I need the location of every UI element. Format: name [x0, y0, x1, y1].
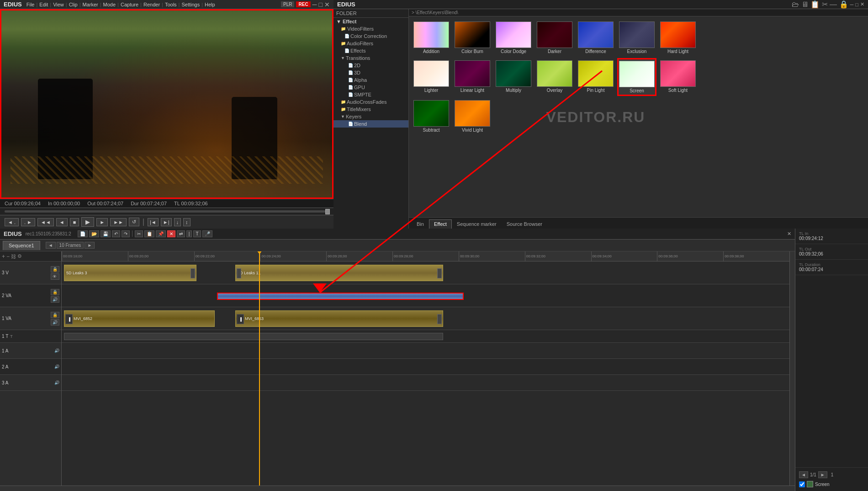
out-point-btn[interactable]: ►| [161, 218, 172, 226]
tl-cut-btn[interactable]: ✂ [135, 230, 143, 237]
loop-btn[interactable]: ↺ [129, 218, 139, 226]
effect-darker[interactable]: Darker [535, 19, 574, 56]
tl-audio-btn[interactable]: 🎤 [202, 230, 212, 237]
vertical-scrollbar[interactable] [789, 251, 795, 486]
tl-paste-btn[interactable]: 📌 [156, 230, 166, 237]
effect-close[interactable]: ✕ [860, 1, 864, 7]
menu-clip[interactable]: Clip [69, 2, 78, 7]
tree-item-keyers[interactable]: ▼Keyers [333, 113, 408, 120]
track-3v-lock[interactable]: 🔒 [51, 266, 59, 272]
stop-btn[interactable]: ■ [70, 218, 79, 226]
close-btn[interactable]: ✕ [324, 1, 330, 8]
tree-item-alpha[interactable]: 📄Alpha [333, 76, 408, 84]
minimize-btn[interactable]: ─ [312, 1, 317, 8]
maximize-btn[interactable]: □ [319, 1, 323, 8]
fast-fwd-btn[interactable]: ►► [110, 218, 127, 226]
tl-copy-btn[interactable]: 📋 [144, 230, 154, 237]
effect-difference[interactable]: Difference [576, 19, 615, 56]
tree-item-colorcorrection[interactable]: 📄Color Correction [333, 32, 408, 40]
tl-snap-btn[interactable]: ◄ [46, 242, 56, 249]
tree-item-3d[interactable]: 📄3D [333, 69, 408, 76]
track-settings-btn[interactable]: ⚙ [17, 253, 22, 259]
effect-linearlight[interactable]: Linear Light [453, 58, 492, 96]
effect-vividlight[interactable]: Vivid Light [453, 98, 492, 135]
track-link-btn[interactable]: ⛓ [11, 254, 16, 259]
tl-save-btn[interactable]: 💾 [101, 230, 111, 237]
effect-minimize[interactable]: ─ [850, 2, 854, 7]
effect-lighter[interactable]: Lighter [412, 58, 451, 96]
track-minus-btn[interactable]: − [6, 253, 10, 260]
tl-ripple-btn[interactable]: ⇄ [177, 230, 185, 237]
effect-hardlight[interactable]: Hard Light [658, 19, 698, 56]
effect-addition[interactable]: Addition [412, 19, 451, 56]
effect-overlay[interactable]: Overlay [535, 58, 574, 96]
step-fwd-btn[interactable]: ► [96, 218, 108, 226]
menu-settings[interactable]: Settings [181, 2, 200, 7]
tree-item-audiocrossfades[interactable]: 📁AudioCrossFades [333, 98, 408, 106]
clip-5d-leaks-3[interactable]: 5D Leaks 3 [64, 265, 196, 281]
menu-capture[interactable]: Capture [121, 2, 138, 7]
screen-checkbox[interactable] [799, 481, 805, 487]
clip-5d-leaks-11[interactable]: 5D Leaks 11 [235, 265, 443, 281]
overwrite-btn[interactable]: ↕ [183, 218, 191, 226]
effect-colordodge[interactable]: Color Dodge [494, 19, 533, 56]
tl-split-btn[interactable]: | [186, 230, 192, 237]
menu-render[interactable]: Render [143, 2, 160, 7]
in-point-btn[interactable]: |◄ [148, 218, 159, 226]
tl-redo-btn[interactable]: ↷ [122, 230, 130, 237]
scrub-handle[interactable] [325, 209, 330, 214]
tree-item-effect[interactable]: ▼Effect [333, 18, 408, 25]
tree-item-blend[interactable]: 📄Blend [333, 120, 408, 128]
tl-frameup-btn[interactable]: ► [85, 242, 95, 249]
tl-text-btn[interactable]: T [193, 230, 201, 237]
track-1va-lock[interactable]: 🔒 [51, 312, 59, 318]
tab-bin[interactable]: Bin [412, 219, 429, 229]
horizontal-scrollbar[interactable] [0, 486, 795, 491]
effect-exclusion[interactable]: Exclusion [617, 19, 656, 56]
rewind-btn[interactable]: ◄◄ [37, 218, 54, 226]
menu-tools[interactable]: Tools [165, 2, 177, 7]
menu-help[interactable]: Help [205, 2, 215, 7]
track-add-btn[interactable]: + [2, 253, 5, 260]
track-1a-mute[interactable]: 🔊 [54, 348, 59, 353]
track-3v-eye[interactable]: 👁 [51, 273, 59, 280]
clip-mvi6852[interactable]: ▐ MVI_6852 [64, 310, 215, 327]
tree-item-2d[interactable]: 📄2D [333, 62, 408, 69]
page-next-btn[interactable]: ► [818, 471, 827, 478]
effect-colorburn[interactable]: Color Burn [453, 19, 492, 56]
play-btn[interactable]: ▶ [81, 217, 94, 227]
track-2a-mute[interactable]: 🔊 [54, 364, 59, 369]
clip-mvi6853[interactable]: ▐ MVI_6853 [235, 310, 443, 327]
add-to-timeline-btn[interactable]: ↓ [174, 218, 181, 226]
mark-out-btn[interactable]: . ► [21, 218, 35, 226]
tl-open-btn[interactable]: 📂 [89, 230, 99, 237]
tab-sequence-marker[interactable]: Sequence marker [452, 219, 502, 229]
tree-item-titlemixers[interactable]: 📁TitleMixers [333, 106, 408, 113]
tree-item-audiofilters[interactable]: 📁AudioFilters [333, 40, 408, 47]
track-2va-lock[interactable]: 🔒 [51, 289, 59, 295]
tl-delete-btn[interactable]: ✕ [167, 230, 175, 237]
menu-mode[interactable]: Mode [103, 2, 116, 7]
effect-subtract[interactable]: Subtract [412, 98, 451, 135]
menu-view[interactable]: View [53, 2, 64, 7]
tl-new-btn[interactable]: 📄 [78, 230, 88, 237]
tl-close-btn[interactable]: ✕ [787, 231, 791, 237]
effect-softlight[interactable]: Soft Light [658, 58, 698, 96]
tl-undo-btn[interactable]: ↶ [112, 230, 120, 237]
tree-item-effects[interactable]: 📄Effects [333, 47, 408, 54]
track-3a-mute[interactable]: 🔊 [54, 380, 59, 385]
effect-multiply[interactable]: Multiply [494, 58, 533, 96]
effect-maximize[interactable]: □ [855, 2, 858, 7]
sequence-tab[interactable]: Sequence1 [3, 241, 40, 250]
tree-item-videofilters[interactable]: 📁VideoFilters [333, 25, 408, 32]
tab-source-browser[interactable]: Source Browser [502, 219, 547, 229]
tree-item-gpu[interactable]: 📄GPU [333, 84, 408, 91]
track-1va-mute[interactable]: 🔊 [51, 319, 59, 326]
menu-marker[interactable]: Marker [82, 2, 98, 7]
mark-in-btn[interactable]: ◄ . [5, 218, 19, 226]
scrub-bar[interactable] [0, 208, 333, 215]
effect-pinlight[interactable]: Pin Light [576, 58, 615, 96]
track-2va-mute[interactable]: 🔊 [51, 296, 59, 303]
tree-item-smpte[interactable]: 📄SMPTE [333, 91, 408, 98]
tree-item-transitions[interactable]: ▼Transitions [333, 54, 408, 62]
